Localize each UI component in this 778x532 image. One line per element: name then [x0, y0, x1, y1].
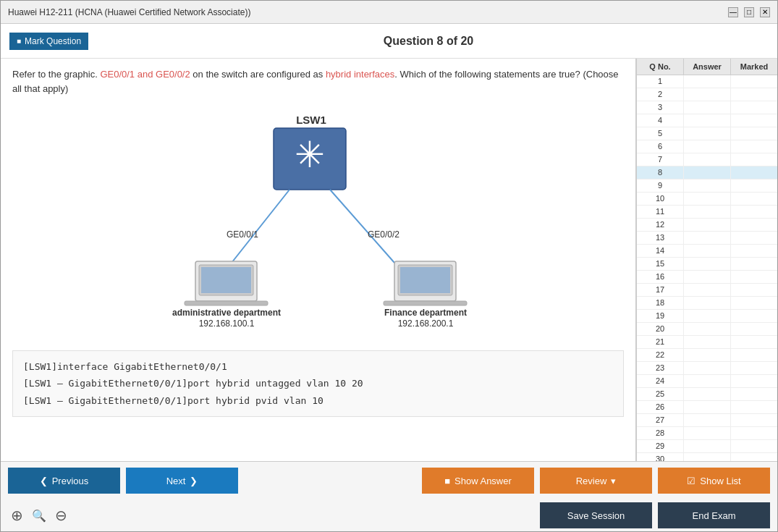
- code-line-3: [LSW1 – GigabitEthernet0/0/1]port hybrid…: [23, 392, 613, 409]
- qlist-cell-num: 14: [637, 245, 684, 257]
- qlist-cell-num: 25: [637, 388, 684, 400]
- qlist-cell-answer: [684, 258, 731, 270]
- review-dropdown-icon: ▾: [611, 476, 616, 486]
- qlist-row-8[interactable]: 8: [637, 166, 777, 180]
- qlist-row-19[interactable]: 19: [637, 310, 777, 323]
- titlebar-title: Huawei H12-211 (HCNA (Huawei Certified N…: [8, 7, 250, 17]
- qlist-row-4[interactable]: 4: [637, 114, 777, 127]
- minimize-button[interactable]: —: [728, 7, 738, 17]
- qlist-header: Q No. Answer Marked: [637, 59, 777, 75]
- zoom-in-button[interactable]: ⊕: [8, 505, 26, 525]
- code-line-2: [LSW1 – GigabitEthernet0/0/1]port hybrid…: [23, 375, 613, 392]
- qlist-cell-answer: [684, 375, 731, 387]
- qlist-cell-answer: [684, 206, 731, 218]
- qlist-cell-num: 26: [637, 401, 684, 413]
- qlist-cell-answer: [684, 453, 731, 461]
- show-answer-checkbox-icon: ■: [444, 476, 450, 486]
- qlist-cell-marked: [731, 297, 777, 309]
- qlist-cell-marked: [731, 114, 777, 127]
- mark-question-button[interactable]: Mark Question: [9, 33, 88, 50]
- qlist-row-11[interactable]: 11: [637, 206, 777, 219]
- show-answer-button[interactable]: ■ Show Answer: [422, 468, 534, 494]
- qlist-header-marked: Marked: [731, 59, 777, 75]
- switch-label: LSW1: [296, 114, 326, 126]
- qlist-row-9[interactable]: 9: [637, 180, 777, 193]
- qlist-row-27[interactable]: 27: [637, 414, 777, 427]
- end-exam-button[interactable]: End Exam: [658, 502, 770, 528]
- close-button[interactable]: ✕: [760, 7, 770, 17]
- qlist-cell-answer: [684, 245, 731, 257]
- qlist-cell-answer: [684, 88, 731, 101]
- question-area: Refer to the graphic. GE0/0/1 and GE0/0/…: [1, 59, 636, 461]
- qlist-row-14[interactable]: 14: [637, 245, 777, 258]
- qlist-cell-answer: [684, 219, 731, 231]
- qlist-cell-num: 18: [637, 297, 684, 309]
- next-button[interactable]: Next ❯: [126, 468, 238, 494]
- qlist-cell-marked: [731, 414, 777, 426]
- previous-button[interactable]: ❮ Previous: [8, 468, 120, 494]
- qlist-row-1[interactable]: 1: [637, 75, 777, 88]
- review-button[interactable]: Review ▾: [540, 468, 652, 494]
- qlist-row-22[interactable]: 22: [637, 349, 777, 362]
- qlist-cell-marked: [731, 193, 777, 205]
- maximize-button[interactable]: □: [744, 7, 754, 17]
- qlist-cell-num: 8: [637, 166, 684, 179]
- qlist-row-10[interactable]: 10: [637, 193, 777, 206]
- qlist-cell-answer: [684, 166, 731, 179]
- qlist-cell-num: 2: [637, 88, 684, 101]
- qlist-cell-num: 27: [637, 414, 684, 426]
- qlist-row-17[interactable]: 17: [637, 284, 777, 297]
- code-block: [LSW1]interface GigabitEthernet0/0/1 [LS…: [12, 350, 624, 417]
- qlist-row-20[interactable]: 20: [637, 323, 777, 336]
- qlist-row-15[interactable]: 15: [637, 258, 777, 271]
- qlist-row-16[interactable]: 16: [637, 271, 777, 284]
- qlist-row-25[interactable]: 25: [637, 388, 777, 401]
- qlist-cell-answer: [684, 193, 731, 205]
- qlist-row-13[interactable]: 13: [637, 232, 777, 245]
- qlist-row-2[interactable]: 2: [637, 88, 777, 101]
- svg-rect-12: [384, 301, 467, 305]
- code-line-1: [LSW1]interface GigabitEthernet0/0/1: [23, 358, 613, 375]
- zoom-reset-button[interactable]: 🔍: [29, 505, 49, 525]
- qlist-row-26[interactable]: 26: [637, 401, 777, 414]
- qlist-row-23[interactable]: 23: [637, 362, 777, 375]
- qlist-row-12[interactable]: 12: [637, 219, 777, 232]
- qlist-cell-marked: [731, 232, 777, 244]
- qlist-row-30[interactable]: 30: [637, 453, 777, 461]
- save-session-button[interactable]: Save Session: [540, 502, 652, 528]
- qlist-cell-marked: [731, 219, 777, 231]
- qlist-row-24[interactable]: 24: [637, 375, 777, 388]
- qlist-rows: 1 2 3 4 5 6 7 8: [637, 75, 777, 461]
- qlist-cell-num: 3: [637, 101, 684, 114]
- qlist-cell-num: 22: [637, 349, 684, 361]
- qlist-row-6[interactable]: 6: [637, 140, 777, 153]
- qlist-cell-answer: [684, 362, 731, 374]
- qlist-row-5[interactable]: 5: [637, 127, 777, 140]
- qlist-cell-marked: [731, 140, 777, 153]
- qlist-cell-num: 5: [637, 127, 684, 140]
- show-list-button[interactable]: ☑ Show List: [658, 468, 770, 494]
- question-title: Question 8 of 20: [88, 35, 769, 48]
- svg-text:Finance department: Finance department: [384, 308, 466, 318]
- qlist-cell-answer: [684, 232, 731, 244]
- qlist-cell-answer: [684, 427, 731, 439]
- qlist-cell-answer: [684, 297, 731, 309]
- button-row-2: ⊕ 🔍 ⊖ Save Session End Exam: [1, 499, 777, 531]
- qlist-cell-answer: [684, 336, 731, 348]
- qlist-cell-answer: [684, 271, 731, 283]
- qlist-row-29[interactable]: 29: [637, 440, 777, 453]
- qlist-cell-answer: [684, 401, 731, 413]
- zoom-out-button[interactable]: ⊖: [52, 505, 70, 525]
- qlist-cell-num: 16: [637, 271, 684, 283]
- qlist-cell-answer: [684, 180, 731, 192]
- qlist-header-answer: Answer: [684, 59, 731, 75]
- svg-text:192.168.100.1: 192.168.100.1: [198, 318, 254, 329]
- qlist-row-18[interactable]: 18: [637, 297, 777, 310]
- qlist-row-21[interactable]: 21: [637, 336, 777, 349]
- qlist-cell-num: 6: [637, 140, 684, 153]
- highlight-hybrid: hybrid interfaces: [326, 69, 394, 80]
- qlist-row-7[interactable]: 7: [637, 153, 777, 166]
- qlist-row-3[interactable]: 3: [637, 101, 777, 114]
- qlist-row-28[interactable]: 28: [637, 427, 777, 440]
- question-list-panel: Q No. Answer Marked 1 2 3 4 5 6: [636, 59, 777, 461]
